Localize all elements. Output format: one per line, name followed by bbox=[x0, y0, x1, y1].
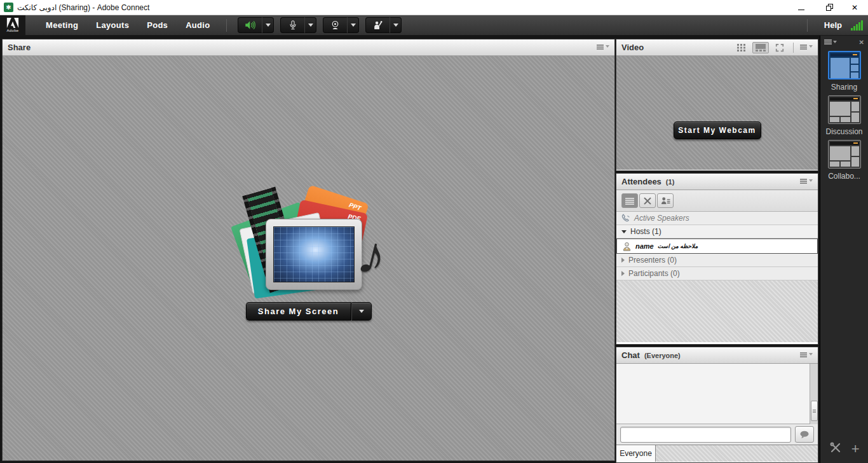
raise-hand-button-group bbox=[365, 17, 402, 33]
share-pod-content: PPT PDF ♪ Share My Screen bbox=[3, 56, 614, 460]
chat-pod-header: Chat (Everyone) bbox=[616, 347, 818, 364]
attendees-empty-area bbox=[616, 280, 818, 342]
connection-signal-icon[interactable] bbox=[851, 20, 863, 31]
attendees-pod: Attendees (1) bbox=[616, 174, 818, 344]
grid-view-icon[interactable] bbox=[733, 42, 750, 53]
speech-bubble-icon bbox=[799, 431, 810, 439]
share-pod-menu-icon[interactable] bbox=[597, 45, 609, 48]
attendees-pod-title: Attendees bbox=[621, 177, 661, 186]
collaboration-layout-thumbnail[interactable] bbox=[828, 140, 861, 169]
layout-tools-icon[interactable] bbox=[829, 441, 842, 457]
presenters-group-label: Presenters (0) bbox=[628, 256, 677, 265]
attendees-pod-header: Attendees (1) bbox=[616, 174, 818, 190]
sharing-layout-thumbnail[interactable] bbox=[828, 51, 861, 79]
layout-sidebar: ✕ Sharing bbox=[820, 36, 868, 463]
presenters-group-row[interactable]: Presenters (0) bbox=[616, 254, 818, 267]
restore-button[interactable] bbox=[815, 0, 841, 15]
window-controls: ✕ bbox=[788, 0, 868, 15]
phone-icon bbox=[621, 214, 630, 223]
chat-scrollbar-handle[interactable] bbox=[811, 401, 818, 421]
attendee-status-view-icon[interactable] bbox=[657, 193, 674, 208]
video-pod-menu-icon[interactable] bbox=[800, 45, 813, 48]
adobe-connect-app-icon: ✱ bbox=[4, 3, 13, 12]
layout-item-discussion[interactable]: Discussion bbox=[820, 95, 868, 136]
share-pod-title: Share bbox=[8, 43, 31, 52]
add-layout-icon[interactable]: + bbox=[851, 443, 860, 455]
chat-input[interactable] bbox=[620, 427, 791, 443]
microphone-button[interactable] bbox=[280, 17, 304, 33]
raise-hand-dropdown[interactable] bbox=[390, 17, 402, 33]
share-my-screen-button-group: Share My Screen bbox=[246, 302, 372, 321]
speaker-dropdown[interactable] bbox=[262, 17, 274, 33]
menubar: Adobe Meeting Layouts Pods Audio bbox=[0, 15, 868, 36]
layout-label: Collabo... bbox=[828, 172, 860, 181]
speaker-icon bbox=[244, 20, 257, 31]
attendees-pod-menu-icon[interactable] bbox=[800, 179, 813, 182]
adobe-logo-label: Adobe bbox=[7, 29, 19, 32]
microphone-button-group bbox=[280, 17, 316, 33]
breakout-view-icon[interactable] bbox=[639, 193, 656, 208]
window-title: ادوبی کانکت (Sharing) - Adobe Connect bbox=[17, 3, 149, 12]
video-pod-header: Video bbox=[616, 39, 818, 56]
toolbar-separator bbox=[226, 19, 227, 32]
webcam-button-group bbox=[323, 17, 359, 33]
attendees-count: (1) bbox=[666, 178, 674, 186]
webcam-dropdown[interactable] bbox=[347, 17, 359, 33]
webcam-icon bbox=[330, 20, 341, 31]
start-webcam-label: Start My Webcam bbox=[678, 126, 756, 135]
help-menu[interactable]: Help bbox=[824, 20, 842, 30]
host-attendee-row[interactable]: name ملاحظه من است bbox=[616, 238, 818, 254]
sidebar-bottom-bar: + bbox=[820, 441, 868, 457]
speaker-button[interactable] bbox=[238, 17, 262, 33]
menu-audio[interactable]: Audio bbox=[177, 20, 219, 30]
tab-everyone[interactable]: Everyone bbox=[616, 445, 656, 462]
chat-scope: (Everyone) bbox=[644, 352, 681, 359]
expand-triangle-icon bbox=[621, 271, 625, 276]
webcam-button[interactable] bbox=[323, 17, 347, 33]
share-pod-header: Share bbox=[3, 39, 614, 56]
chat-pod: Chat (Everyone) Everyone bbox=[616, 347, 818, 462]
hosts-group-row[interactable]: Hosts (1) bbox=[616, 225, 818, 238]
host-name-suffix: ملاحظه من است bbox=[658, 243, 698, 249]
expand-triangle-icon bbox=[621, 258, 625, 263]
send-message-button[interactable] bbox=[795, 426, 814, 443]
microphone-icon bbox=[288, 20, 298, 31]
sidebar-close-icon[interactable]: ✕ bbox=[859, 39, 864, 46]
chat-pod-title: Chat bbox=[621, 350, 640, 360]
raise-hand-icon bbox=[372, 20, 383, 31]
share-options-dropdown[interactable] bbox=[351, 302, 372, 321]
host-person-icon bbox=[622, 242, 632, 251]
discussion-layout-thumbnail[interactable] bbox=[828, 95, 861, 124]
chat-message-area bbox=[616, 364, 818, 424]
close-button[interactable]: ✕ bbox=[841, 0, 868, 15]
chat-pod-menu-icon[interactable] bbox=[800, 353, 813, 356]
start-webcam-button[interactable]: Start My Webcam bbox=[674, 121, 761, 139]
raise-hand-button[interactable] bbox=[365, 17, 390, 33]
chat-tabs: Everyone bbox=[616, 445, 818, 462]
menu-layouts[interactable]: Layouts bbox=[87, 20, 138, 30]
chat-tab-strip bbox=[656, 445, 818, 462]
participants-group-row[interactable]: Participants (0) bbox=[616, 267, 818, 280]
sidebar-top-bar: ✕ bbox=[820, 36, 868, 47]
layout-item-sharing[interactable]: Sharing bbox=[820, 51, 868, 92]
minimize-button[interactable] bbox=[788, 0, 815, 15]
video-pod-content: Start My Webcam bbox=[616, 56, 818, 170]
host-name: name bbox=[635, 242, 654, 250]
workspace: Share PPT PDF bbox=[0, 36, 868, 463]
active-speakers-row: Active Speakers bbox=[616, 212, 818, 225]
attendee-list-view-icon[interactable] bbox=[621, 193, 638, 208]
filmstrip-view-icon[interactable] bbox=[752, 42, 769, 53]
sidebar-menu-icon[interactable] bbox=[824, 41, 837, 43]
collapse-triangle-icon bbox=[621, 230, 627, 233]
share-my-screen-button[interactable]: Share My Screen bbox=[246, 302, 351, 321]
fullscreen-icon[interactable] bbox=[771, 42, 788, 53]
chat-input-row bbox=[616, 424, 818, 445]
layout-item-collaboration[interactable]: Collabo... bbox=[820, 140, 868, 181]
share-pod: Share PPT PDF bbox=[3, 39, 614, 460]
layout-label: Sharing bbox=[831, 83, 857, 92]
menu-pods[interactable]: Pods bbox=[138, 20, 177, 30]
chat-scrollbar[interactable] bbox=[810, 364, 818, 424]
microphone-dropdown[interactable] bbox=[304, 17, 316, 33]
participants-group-label: Participants (0) bbox=[628, 269, 680, 278]
menu-meeting[interactable]: Meeting bbox=[37, 20, 87, 30]
